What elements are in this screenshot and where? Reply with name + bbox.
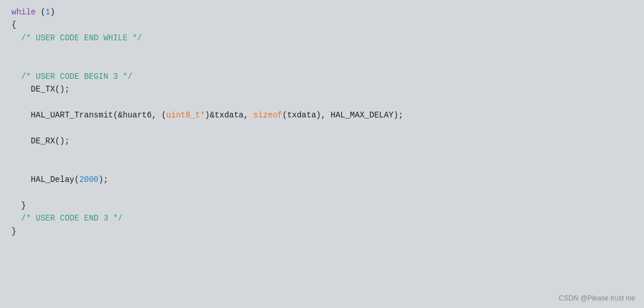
code-line-12 — [12, 147, 632, 160]
code-line-15 — [12, 186, 632, 199]
keyword-while: while — [12, 7, 36, 17]
code-line-5 — [12, 58, 632, 70]
code-line-7: DE_TX(); — [12, 83, 632, 96]
code-line-13 — [12, 161, 632, 173]
code-line-11: DE_RX(); — [12, 135, 632, 147]
code-editor: while (1) { /* USER CODE END WHILE */ /*… — [0, 0, 644, 308]
code-line-17: /* USER CODE END 3 */ — [12, 212, 632, 225]
code-line-8 — [12, 96, 632, 109]
code-line-18: } — [12, 225, 632, 238]
code-line-3: /* USER CODE END WHILE */ — [12, 32, 632, 44]
code-line-4 — [12, 44, 632, 57]
code-line-9: HAL_UART_Transmit(&huart6, (uint8_t*)&tx… — [12, 109, 632, 121]
code-line-1: while (1) — [12, 6, 632, 18]
code-line-6: /* USER CODE BEGIN 3 */ — [12, 70, 632, 83]
code-line-10 — [12, 122, 632, 135]
watermark: CSDN @Please trust me — [559, 294, 635, 302]
code-line-14: HAL_Delay(2000); — [12, 173, 632, 186]
code-line-16: } — [12, 199, 632, 212]
code-line-2: { — [12, 18, 632, 31]
